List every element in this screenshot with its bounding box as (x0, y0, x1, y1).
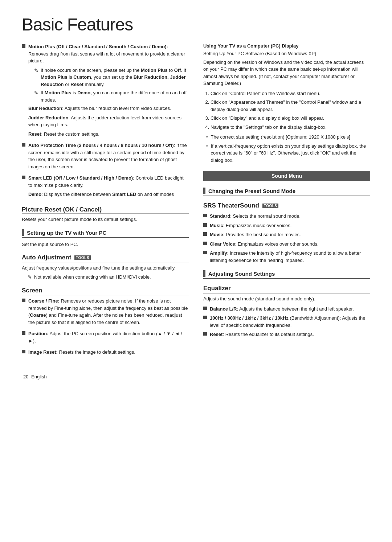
changing-preset-bar: Changing the Preset Sound Mode (203, 188, 370, 196)
setting-up-tv-text: Set the input source to PC. (22, 241, 189, 248)
setting-up-tv-section: Setting up the TV with Your PC Set the i… (22, 229, 189, 248)
bullet-square (22, 350, 25, 353)
using-tv-as-pc-heading: Using Your TV as a Computer (PC) Display (203, 43, 370, 49)
sub-list-item: ✎ If noise occurs on the screen, please … (34, 67, 189, 88)
bullet-square (203, 307, 207, 310)
bullet-square (22, 331, 25, 335)
sound-menu-bar: Sound Menu (203, 171, 370, 181)
bullet-square (22, 176, 25, 179)
bullet-square (203, 223, 207, 227)
list-item: Amplify: Increase the intensity of high-… (203, 250, 370, 264)
equalizer-heading: Equalizer (203, 285, 370, 294)
srs-tools-badge: TOOLS (262, 204, 279, 208)
srs-theater-section: SRS TheaterSound TOOLS Standard: Selects… (203, 202, 370, 264)
list-item: Position: Adjust the PC screen position … (22, 330, 189, 346)
note-icon: ✎ (28, 274, 32, 281)
list-item: Reset: Resets the equalizer to its defau… (203, 331, 370, 338)
pc-setup-text: Depending on the version of Windows and … (203, 59, 370, 87)
bar-indicator (203, 188, 205, 194)
equalizer-bullet-list: Balance L/R: Adjusts the balance between… (203, 305, 370, 338)
auto-adjustment-section: Auto Adjustment TOOLS Adjust frequency v… (22, 254, 189, 282)
list-item: Clear Voice: Emphasizes voices over othe… (203, 241, 370, 248)
list-item: Image Reset: Resets the image to default… (22, 349, 189, 358)
page-number: 20 English (22, 373, 189, 380)
auto-adjustment-text: Adjust frequency values/positions and fi… (22, 264, 189, 272)
list-item: Movie: Provides the best sound for movie… (203, 231, 370, 238)
screen-section: Screen Coarse / Fine: Removes or reduces… (22, 287, 189, 358)
picture-reset-heading: Picture Reset (OK / Cancel) (22, 206, 189, 214)
note-icon: ✎ (34, 67, 38, 74)
list-item-content: Smart LED (Off / Low / Standard / High /… (28, 174, 189, 200)
list-item: Click on "Appearance and Themes" in the … (211, 99, 370, 113)
list-item: Coarse / Fine: Removes or reduces pictur… (22, 297, 189, 328)
screen-heading: Screen (22, 287, 189, 296)
bar-indicator (203, 270, 205, 277)
pc-bullet-list: The correct size setting (resolution) [O… (203, 134, 370, 164)
equalizer-intro: Adjusts the sound mode (standard sound m… (203, 295, 370, 303)
sub-bullet-list: ✎ If noise occurs on the screen, please … (28, 67, 189, 104)
right-column: Using Your TV as a Computer (PC) Display… (203, 43, 370, 380)
srs-theater-heading: SRS TheaterSound TOOLS (203, 202, 370, 211)
picture-reset-section: Picture Reset (OK / Cancel) Resets your … (22, 206, 189, 223)
using-tv-as-pc-section: Using Your TV as a Computer (PC) Display… (203, 43, 370, 164)
changing-preset-heading: Changing the Preset Sound Mode (208, 188, 295, 194)
list-item: Click on "Display" and a display dialog … (211, 115, 370, 122)
list-item: 100Hz / 300Hz / 1kHz / 3kHz / 10kHz (Ban… (203, 315, 370, 329)
bullet-square (203, 316, 207, 319)
bullet-square (22, 143, 25, 147)
list-item: The correct size setting (resolution) [O… (206, 134, 370, 141)
main-bullet-list: Motion Plus (Off / Clear / Standard / Sm… (22, 43, 189, 200)
note-icon: ✎ (34, 89, 38, 97)
list-item: Navigate to the "Settings" tab on the di… (211, 124, 370, 131)
bullet-square (203, 251, 207, 254)
list-item: Motion Plus (Off / Clear / Standard / Sm… (22, 43, 189, 140)
bullet-square (203, 214, 207, 217)
list-item-content: Motion Plus (Off / Clear / Standard / Sm… (28, 43, 189, 140)
list-item-content: Auto Protection Time (2 hours / 4 hours … (28, 142, 189, 172)
auto-adjustment-note: ✎ Not available when connecting with an … (22, 274, 189, 281)
bar-indicator (22, 229, 24, 236)
tools-badge: TOOLS (74, 255, 91, 260)
srs-bullet-list: Standard: Selects the normal sound mode.… (203, 213, 370, 264)
list-item: Music: Emphasizes music over voices. (203, 222, 370, 229)
adjusting-sound-heading: Adjusting Sound Settings (208, 271, 275, 277)
page-title: Basic Features (22, 15, 370, 34)
list-item: If a vertical-frequency option exists on… (206, 143, 370, 164)
list-item: Click on "Control Panel" on the Windows … (211, 90, 370, 97)
list-item: Smart LED (Off / Low / Standard / High /… (22, 174, 189, 200)
bullet-square (203, 242, 207, 245)
changing-preset-section: Changing the Preset Sound Mode (203, 188, 370, 196)
pc-setup-intro: Setting Up Your PC Software (Based on Wi… (203, 50, 370, 57)
bullet-square (203, 232, 207, 236)
list-item: Balance L/R: Adjusts the balance between… (203, 305, 370, 313)
picture-reset-text: Resets your current picture mode to its … (22, 216, 189, 223)
list-item: Auto Protection Time (2 hours / 4 hours … (22, 142, 189, 172)
auto-adjustment-heading: Auto Adjustment TOOLS (22, 254, 189, 263)
sub-list-item: ✎ If Motion Plus is Demo, you can compar… (34, 89, 189, 103)
adjusting-sound-section: Adjusting Sound Settings (203, 270, 370, 279)
equalizer-section: Equalizer Adjusts the sound mode (standa… (203, 285, 370, 338)
bullet-square (22, 44, 25, 48)
adjusting-sound-bar: Adjusting Sound Settings (203, 270, 370, 279)
setting-up-tv-bar: Setting up the TV with Your PC (22, 229, 189, 238)
bullet-square (22, 299, 25, 302)
setting-up-tv-heading: Setting up the TV with Your PC (27, 230, 106, 236)
bullet-square (203, 332, 207, 336)
list-item: Standard: Selects the normal sound mode. (203, 213, 370, 220)
left-column: Motion Plus (Off / Clear / Standard / Sm… (22, 43, 189, 380)
pc-steps-list: Click on "Control Panel" on the Windows … (203, 90, 370, 131)
screen-bullet-list: Coarse / Fine: Removes or reduces pictur… (22, 297, 189, 358)
